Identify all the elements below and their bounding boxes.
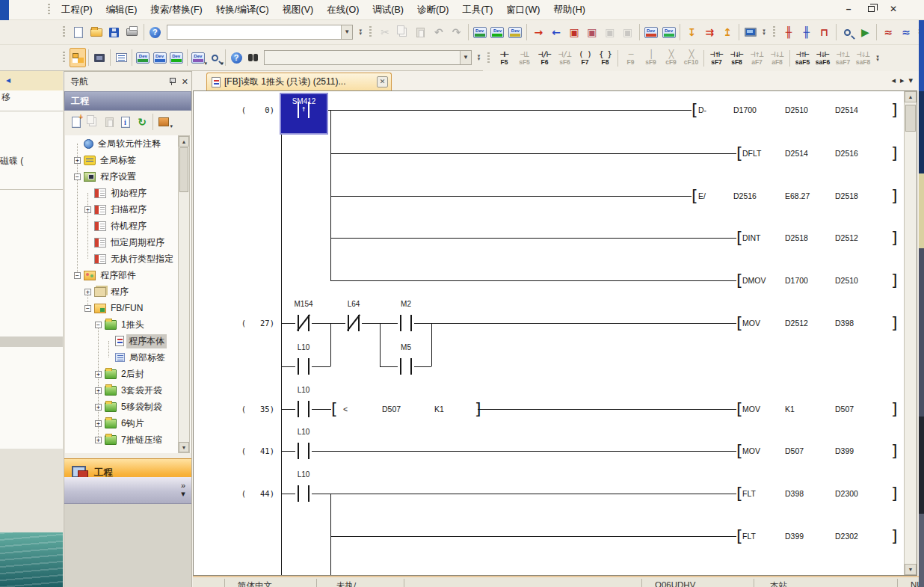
tree-expander-icon[interactable]: + [95, 387, 102, 394]
device-display-format-button[interactable]: ▾ [190, 48, 206, 67]
ladder-symbol-saf7-button[interactable]: ⊣⇑⊥saF7 [833, 47, 853, 70]
save-project-button[interactable] [105, 22, 123, 42]
menu-item-online[interactable]: 在线(O) [320, 1, 366, 19]
instruction-name[interactable]: DMOV [742, 276, 766, 285]
instruction-operand[interactable]: E68.27 [785, 191, 810, 200]
instruction-operand[interactable]: D398 [785, 489, 804, 498]
instruction-operand[interactable]: D399 [835, 446, 854, 455]
tab-close-icon[interactable]: ✕ [377, 76, 388, 87]
combo-dropdown-icon[interactable]: ▼ [460, 51, 471, 64]
cut-button[interactable]: ✂ [376, 22, 394, 42]
open-project-button[interactable] [87, 22, 105, 42]
undo-button[interactable]: ↶ [430, 22, 448, 42]
tree-expander-icon[interactable]: + [95, 404, 102, 411]
ladder-symbol-cf9-button[interactable]: ╳cF9 [661, 47, 681, 70]
tree-expander-icon[interactable]: − [74, 173, 81, 180]
collapsed-panel-arrow-icon[interactable]: ◂ [6, 75, 10, 85]
ladder-symbol-saf8-button[interactable]: ⊣⇓⊥saF8 [853, 47, 873, 70]
tree-item-fb-2-backseal[interactable]: +2后封 [65, 366, 177, 382]
ladder-symbol-sf7-button[interactable]: ⊣↑⊢sF7 [706, 47, 727, 70]
tree-item-fb-5-bagmove[interactable]: +5移袋制袋 [65, 399, 177, 415]
ladder-symbol-f7-button[interactable]: ( )F7 [575, 47, 595, 70]
tree-expander-icon[interactable]: − [95, 322, 102, 328]
tree-item-fb-7-chainpress[interactable]: +7推链压缩 [65, 431, 177, 448]
ladder-canvas[interactable]: SM412↑M154L64M2L10M5L10L10L10( 0)( 27)( … [194, 91, 904, 575]
tree-item-initial-program[interactable]: 初始程序 [65, 185, 177, 201]
instruction-name[interactable]: FLT [742, 489, 756, 498]
tree-item-fb-1-pushhead[interactable]: −1推头 [65, 316, 177, 333]
tree-item-pou[interactable]: −程序部件 [65, 267, 177, 283]
tree-item-no-execution-type[interactable]: 无执行类型指定 [65, 251, 177, 267]
help-button-button[interactable] [147, 22, 164, 42]
tree-item-global-device-comment[interactable]: 全局软元件注释 [65, 135, 177, 152]
tree-item-program-setting[interactable]: −程序设置 [65, 168, 177, 185]
navigation-window-toggle-button[interactable] [70, 48, 86, 67]
device-memory-tool-button[interactable] [489, 22, 507, 42]
find-device-tool-button[interactable] [839, 22, 857, 42]
trend-graph-red-button[interactable]: ≈ [879, 22, 897, 42]
tree-expander-icon[interactable]: − [84, 305, 91, 312]
menu-item-help[interactable]: 帮助(H) [546, 1, 591, 19]
ladder-scroll-down-icon[interactable]: ▼ [905, 564, 917, 575]
toolbar-options-icon[interactable]: ▾▾ [760, 23, 769, 41]
device-monitor-1-button[interactable] [642, 22, 660, 42]
tree-scroll-up-icon[interactable]: ▲ [179, 136, 189, 147]
quick-access-combo[interactable]: ▼ [167, 25, 353, 40]
instruction-operand[interactable]: D2516 [835, 149, 858, 158]
toolbar-grip[interactable] [63, 52, 65, 64]
instruction-operand[interactable]: D399 [785, 532, 804, 541]
device-batch-monitor-button[interactable] [151, 48, 167, 67]
tree-item-global-label[interactable]: +全局标签 [65, 152, 177, 168]
tree-expander-icon[interactable]: + [95, 437, 102, 443]
data-properties-button[interactable] [117, 114, 134, 130]
redo-button[interactable]: ↷ [448, 22, 466, 42]
monitor-pulse-button[interactable]: ⊓ [816, 22, 834, 42]
menu-item-edit[interactable]: 编辑(E) [99, 1, 144, 19]
monitor-stop-watch-button[interactable]: ╫ [798, 22, 816, 42]
tree-item-program-body[interactable]: 程序本体 [65, 333, 177, 349]
cross-reference-button[interactable] [244, 48, 261, 67]
tree-scroll-thumb[interactable] [179, 147, 188, 192]
menu-item-debug[interactable]: 调试(B) [366, 1, 410, 19]
tree-expander-icon[interactable]: + [74, 157, 81, 164]
monitor-mode-button[interactable] [742, 22, 760, 42]
combo-dropdown-icon[interactable]: ▼ [341, 25, 352, 39]
trend-graph-blue-button[interactable]: ≈ [897, 22, 915, 42]
ladder-symbol-sf9-button[interactable]: │sF9 [641, 47, 661, 70]
device-comment-view-button[interactable] [135, 48, 151, 67]
ladder-symbol-f5-button[interactable]: ⊣⊢F5 [494, 47, 514, 70]
instruction-name[interactable]: < [343, 405, 348, 414]
instruction-operand[interactable]: D2518 [835, 191, 858, 200]
transfer-setup-3-button[interactable]: ↥ [718, 22, 736, 42]
instruction-operand[interactable]: K1 [785, 405, 795, 414]
instruction-operand[interactable]: D2512 [785, 319, 808, 328]
minimize-button[interactable]: – [840, 2, 857, 16]
instruction-operand[interactable]: D2510 [785, 105, 808, 114]
ladder-symbol-af7-button[interactable]: ⊣↑⊥aF7 [747, 47, 767, 70]
instruction-name[interactable]: E/ [698, 191, 706, 200]
function-block-selection-button[interactable] [91, 48, 108, 67]
device-monitor-2-button[interactable] [660, 22, 678, 42]
contact-m5[interactable] [398, 357, 414, 376]
instruction-name[interactable]: MOV [742, 319, 760, 328]
tree-item-fixed-scan-program[interactable]: 恒定周期程序 [65, 234, 177, 251]
toolbar-options-icon[interactable]: ▾▾ [475, 49, 483, 67]
tab-scroll-right-icon[interactable]: ▸ [900, 76, 905, 85]
instruction-operand[interactable]: D2516 [733, 191, 757, 200]
ladder-symbol-saf6-button[interactable]: ⊣⇓⊢saF6 [813, 47, 833, 70]
contact-m154[interactable] [295, 313, 312, 333]
instruction-operand[interactable]: D398 [835, 319, 854, 328]
menu-item-window[interactable]: 窗口(W) [499, 1, 546, 19]
ladder-symbol-f6-button[interactable]: ⊣/⊢F6 [535, 47, 555, 70]
navigation-options-bar[interactable]: »▾ [64, 477, 191, 504]
device-comment-tool-button[interactable] [471, 22, 489, 42]
menu-item-find-replace[interactable]: 搜索/替换(F) [144, 1, 209, 19]
run-mode-button[interactable]: ▶ [857, 22, 875, 42]
toolbar-grip[interactable] [369, 26, 372, 38]
device-init-tool-button[interactable] [506, 22, 524, 42]
contact-m2[interactable] [398, 313, 414, 333]
monitor-start-watch-button[interactable]: ╫ [780, 22, 798, 42]
help-button-2-button[interactable] [228, 48, 244, 67]
tree-item-program[interactable]: +程序 [65, 283, 177, 300]
find-string-combo[interactable]: ▼ [264, 50, 471, 65]
